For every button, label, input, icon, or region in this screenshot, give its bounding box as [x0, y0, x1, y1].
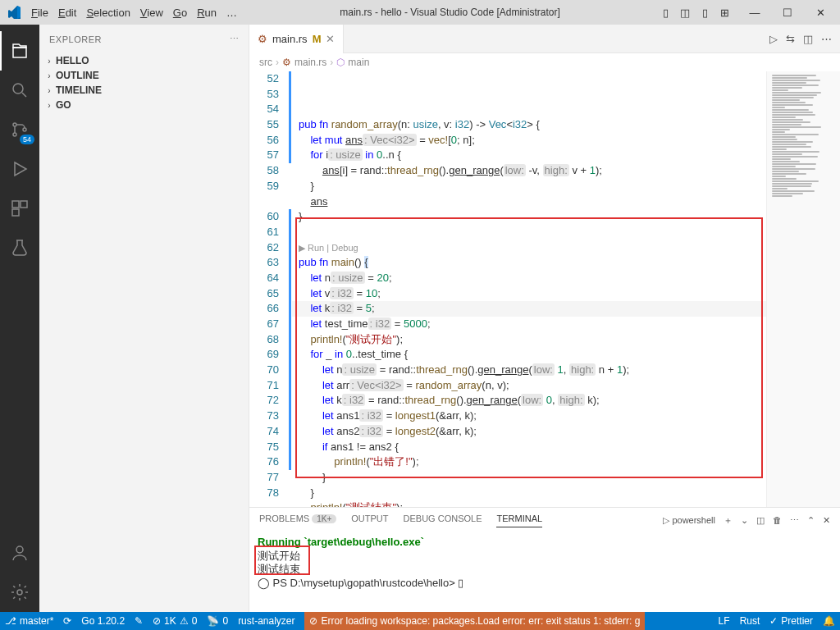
sidebar-section-timeline[interactable]: ›TIMELINE [39, 83, 249, 98]
split-editor-icon[interactable]: ◫ [803, 33, 813, 45]
svg-point-0 [13, 84, 23, 94]
sidebar-section-outline[interactable]: ›OUTLINE [39, 68, 249, 83]
minimize-button[interactable]: ― [738, 0, 771, 25]
sidebar-section-hello[interactable]: ›HELLO [39, 53, 249, 68]
menu-go[interactable]: Go [168, 7, 192, 19]
code-line-71[interactable]: let ans2: i32 = longest2(&arr, k); [292, 424, 766, 440]
code-line-52[interactable]: pub fn random_array(n: usize, v: i32) ->… [292, 117, 766, 133]
code-line-59[interactable] [292, 225, 766, 240]
code-line-69[interactable]: let k: i32 = rand::thread_rng().gen_rang… [292, 393, 766, 409]
code-line-70[interactable]: let ans1: i32 = longest1(&arr, k); [292, 409, 766, 424]
tab-terminal[interactable]: TERMINAL [496, 514, 542, 527]
code-line-73[interactable]: println!("出错了!"); [292, 454, 766, 470]
run-icon[interactable]: ▷ [769, 33, 778, 45]
code-line-63[interactable]: let k: i32 = 5; [292, 301, 766, 317]
tab-output[interactable]: OUTPUT [351, 514, 388, 527]
code-line-58[interactable]: } [292, 209, 766, 225]
status-branch[interactable]: ⎇ master* [5, 615, 53, 627]
editor-more-icon[interactable]: ⋯ [821, 33, 832, 45]
window-title: main.rs - hello - Visual Studio Code [Ad… [242, 7, 658, 18]
code-line-65[interactable]: println!("测试开始"); [292, 332, 766, 348]
menu-edit[interactable]: Edit [53, 7, 81, 19]
close-button[interactable]: ✕ [804, 0, 837, 25]
sidebar-more-icon[interactable]: ⋯ [230, 34, 240, 44]
activity-bar: 54 [0, 25, 39, 612]
code-line-76[interactable]: println!("测试结束"); [292, 500, 766, 507]
layout-panel-icon[interactable]: ◫ [678, 5, 692, 20]
code-line-67[interactable]: let n: usize = rand::thread_rng().gen_ra… [292, 363, 766, 378]
breadcrumb-src[interactable]: src [259, 57, 272, 68]
menu-view[interactable]: View [135, 7, 168, 19]
breadcrumb-symbol[interactable]: main [348, 57, 369, 68]
layout-customize-icon[interactable]: ⊞ [717, 5, 732, 20]
layout-sidebar-right-icon[interactable]: ▯ [697, 5, 712, 20]
account-icon[interactable] [0, 533, 39, 573]
code-line-72[interactable]: if ans1 != ans2 { [292, 440, 766, 455]
layout-sidebar-left-icon[interactable]: ▯ [658, 5, 673, 20]
code-line-75[interactable]: } [292, 486, 766, 501]
status-error-msg[interactable]: ⊘ Error loading workspace: packages.Load… [304, 612, 645, 630]
status-go-version[interactable]: Go 1.20.2 [81, 615, 125, 627]
code-line-60[interactable]: pub fn main() { [292, 255, 766, 271]
svg-rect-4 [12, 201, 19, 208]
breadcrumb-file[interactable]: main.rs [294, 57, 326, 68]
editor-tabs: ⚙ main.rs M ✕ ▷ ⇆ ◫ ⋯ [249, 25, 840, 53]
terminal-dropdown-icon[interactable]: ⌄ [741, 515, 748, 526]
panel-more-icon[interactable]: ⋯ [790, 515, 799, 526]
code-line-56[interactable]: } [292, 179, 766, 194]
minimap[interactable] [766, 71, 840, 507]
code-line-55[interactable]: ans[i] = rand::thread_rng().gen_range(lo… [292, 163, 766, 179]
testing-icon[interactable] [0, 228, 39, 267]
terminal-output[interactable]: Running `target\debug\hello.exe`测试开始测试结束… [249, 532, 840, 612]
new-terminal-icon[interactable]: ＋ [724, 514, 733, 527]
tab-modified-indicator: M [313, 33, 322, 45]
status-eol[interactable]: LF [719, 615, 730, 627]
menu-file[interactable]: File [26, 7, 53, 19]
tab-main-rs[interactable]: ⚙ main.rs M ✕ [249, 25, 344, 53]
status-notifications-icon[interactable]: 🔔 [823, 615, 835, 627]
code-line-68[interactable]: let arr: Vec<i32> = random_array(n, v); [292, 378, 766, 394]
svg-point-7 [16, 546, 23, 553]
code-line-64[interactable]: let test_time: i32 = 5000; [292, 317, 766, 332]
tab-close-icon[interactable]: ✕ [326, 33, 335, 45]
kill-terminal-icon[interactable]: 🗑 [773, 515, 782, 525]
settings-gear-icon[interactable] [0, 573, 39, 612]
status-ports[interactable]: 📡 0 [207, 615, 228, 627]
extensions-icon[interactable] [0, 189, 39, 228]
code-line-53[interactable]: let mut ans: Vec<i32> = vec![0; n]; [292, 133, 766, 148]
maximize-button[interactable]: ☐ [771, 0, 804, 25]
menu-…[interactable]: … [221, 7, 242, 19]
status-rust-analyzer[interactable]: rust-analyzer [238, 615, 294, 627]
search-icon[interactable] [0, 71, 39, 110]
tab-debug-console[interactable]: DEBUG CONSOLE [404, 514, 482, 527]
status-prettier[interactable]: ✓ Prettier [769, 615, 813, 627]
code-line-61[interactable]: let n: usize = 20; [292, 271, 766, 286]
status-quill[interactable]: ✎ [135, 615, 143, 627]
status-sync[interactable]: ⟳ [63, 615, 71, 627]
code-line-57[interactable]: ans [292, 194, 766, 210]
sidebar-section-go[interactable]: ›GO [39, 98, 249, 112]
explorer-icon[interactable] [0, 31, 39, 71]
codelens-run-debug[interactable]: ▶ Run | Debug [292, 240, 766, 256]
diff-icon[interactable]: ⇆ [786, 33, 795, 45]
menu-run[interactable]: Run [192, 7, 221, 19]
code-line-66[interactable]: for _ in 0..test_time { [292, 347, 766, 363]
status-problems[interactable]: ⊘ 1K ⚠ 0 [153, 615, 197, 627]
split-terminal-icon[interactable]: ◫ [756, 515, 765, 526]
breadcrumb[interactable]: src› ⚙main.rs› ⬡main [249, 53, 840, 71]
terminal-profile[interactable]: ▷ powershell [663, 515, 715, 526]
editor-area: ⚙ main.rs M ✕ ▷ ⇆ ◫ ⋯ src› ⚙main.rs› ⬡ma… [249, 25, 840, 612]
code-line-74[interactable]: } [292, 470, 766, 486]
code-editor[interactable]: 5253545556575859606162636465666768697071… [249, 71, 840, 507]
run-debug-icon[interactable] [0, 149, 39, 189]
close-panel-icon[interactable]: ✕ [823, 515, 830, 526]
bottom-panel: PROBLEMS 1K+ OUTPUT DEBUG CONSOLE TERMIN… [249, 507, 840, 612]
source-control-icon[interactable]: 54 [0, 110, 39, 149]
tab-problems[interactable]: PROBLEMS 1K+ [259, 514, 336, 527]
code-line-54[interactable]: for i: usize in 0..n { [292, 148, 766, 163]
rust-file-icon: ⚙ [258, 33, 267, 45]
code-line-62[interactable]: let v: i32 = 10; [292, 286, 766, 302]
menu-selection[interactable]: Selection [81, 7, 135, 19]
maximize-panel-icon[interactable]: ⌃ [807, 515, 815, 526]
status-language[interactable]: Rust [740, 615, 760, 627]
